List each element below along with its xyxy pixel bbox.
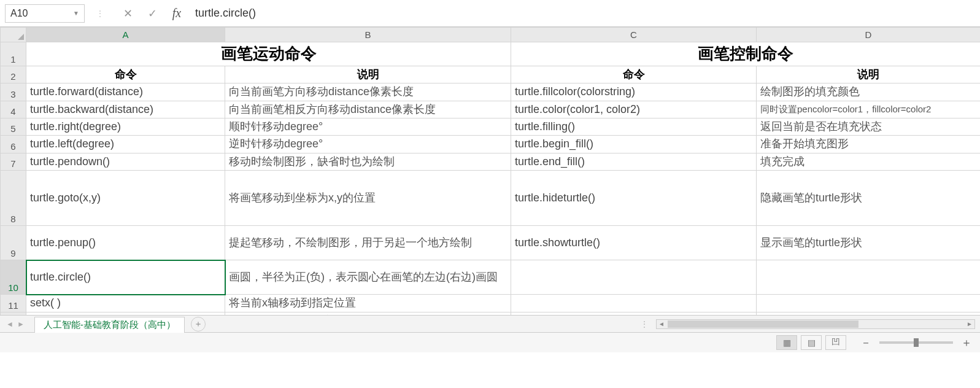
row-header-8[interactable]: 8	[1, 171, 26, 226]
cell[interactable]: turtle.goto(x,y)	[26, 171, 225, 226]
cell[interactable]: 显示画笔的turtle形状	[757, 226, 981, 260]
sheet-tab-active[interactable]: 人工智能-基础教育阶段（高中）	[34, 317, 185, 333]
add-sheet-button[interactable]: ＋	[191, 317, 206, 332]
status-bar: ▦ ▤ 凹 － ＋	[0, 333, 980, 352]
cell[interactable]: turtle.left(degree)	[26, 136, 225, 153]
view-page-layout-icon[interactable]: ▤	[801, 335, 822, 350]
cell[interactable]: 提起笔移动，不绘制图形，用于另起一个地方绘制	[225, 226, 511, 260]
formula-bar: A10 ▼ ⋮ ✕ ✓ fx	[0, 0, 980, 27]
cell[interactable]: 绘制图形的填充颜色	[757, 83, 981, 101]
row-header-7[interactable]: 7	[1, 153, 26, 170]
confirm-icon[interactable]: ✓	[140, 7, 164, 20]
cell[interactable]: 填充完成	[757, 153, 981, 170]
row-header-11[interactable]: 11	[1, 295, 26, 312]
tab-next-icon[interactable]: ►	[17, 320, 25, 328]
formula-input[interactable]	[189, 4, 975, 23]
row-header-1[interactable]: 1	[1, 42, 26, 66]
cell[interactable]: turtle.filling()	[511, 118, 757, 135]
cell[interactable]: turtle.begin_fill()	[511, 136, 757, 153]
cell[interactable]	[757, 295, 981, 312]
cell[interactable]: 命令	[26, 66, 225, 83]
cell[interactable]: 向当前画笔相反方向移动distance像素长度	[225, 101, 511, 118]
cell[interactable]: 命令	[511, 66, 757, 83]
cell[interactable]: turtle.right(degree)	[26, 118, 225, 135]
cell[interactable]: turtle.color(color1, color2)	[511, 101, 757, 118]
view-normal-icon[interactable]: ▦	[776, 335, 797, 350]
row-header-2[interactable]: 2	[1, 66, 26, 83]
cell[interactable]: 将画笔移动到坐标为x,y的位置	[225, 171, 511, 226]
cell[interactable]: 画笔运动命令	[26, 42, 511, 66]
scroll-right-icon[interactable]: ►	[965, 320, 974, 327]
cell[interactable]: 返回当前是否在填充状态	[757, 118, 981, 135]
cell-active[interactable]: turtle.circle()	[26, 260, 225, 295]
cell[interactable]: 移动时绘制图形，缺省时也为绘制	[225, 153, 511, 170]
cell[interactable]: 画笔控制命令	[511, 42, 981, 66]
spreadsheet-grid[interactable]: A B C D 1 画笔运动命令 画笔控制命令 2 命令 说明 命令 说明 3 …	[0, 27, 980, 316]
row-header-10[interactable]: 10	[1, 260, 26, 295]
row-header-6[interactable]: 6	[1, 136, 26, 153]
fx-icon[interactable]: fx	[164, 6, 189, 20]
cell[interactable]: 准备开始填充图形	[757, 136, 981, 153]
view-page-break-icon[interactable]: 凹	[825, 335, 846, 350]
cell[interactable]: turtle.fillcolor(colorstring)	[511, 83, 757, 101]
cell[interactable]: turtle.showturtle()	[511, 226, 757, 260]
cell[interactable]: 说明	[225, 66, 511, 83]
cell[interactable]: 逆时针移动degree°	[225, 136, 511, 153]
horizontal-scrollbar[interactable]: ◄ ►	[656, 319, 975, 329]
cell[interactable]: 同时设置pencolor=color1，fillcolor=color2	[757, 101, 981, 118]
cell[interactable]: turtle.forward(distance)	[26, 83, 225, 101]
name-box-dropdown-icon[interactable]: ▼	[73, 10, 79, 17]
cell[interactable]: turtle.end_fill()	[511, 153, 757, 170]
col-header-B[interactable]: B	[225, 28, 511, 42]
cell-reference: A10	[10, 8, 28, 19]
tab-prev-icon[interactable]: ◄	[6, 320, 14, 328]
select-all-corner[interactable]	[1, 28, 26, 42]
cell[interactable]: setx( )	[26, 295, 225, 312]
cell[interactable]: 画圆，半径为正(负)，表示圆心在画笔的左边(右边)画圆	[225, 260, 511, 295]
cancel-icon[interactable]: ✕	[115, 7, 140, 20]
sheet-tab-bar: ◄ ► 人工智能-基础教育阶段（高中） ＋ ⋮ ◄ ►	[0, 316, 980, 333]
cell[interactable]	[511, 260, 757, 295]
zoom-slider[interactable]	[879, 341, 953, 344]
cell[interactable]	[511, 295, 757, 312]
col-header-A[interactable]: A	[26, 28, 225, 42]
cell[interactable]	[757, 260, 981, 295]
cell[interactable]: 将当前x轴移动到指定位置	[225, 295, 511, 312]
tab-nav: ◄ ►	[0, 320, 31, 328]
zoom-out-button[interactable]: －	[860, 335, 872, 350]
cell[interactable]: turtle.pendown()	[26, 153, 225, 170]
row-header-4[interactable]: 4	[1, 101, 26, 118]
col-header-D[interactable]: D	[757, 28, 981, 42]
scroll-left-icon[interactable]: ◄	[657, 320, 666, 327]
row-header-3[interactable]: 3	[1, 83, 26, 101]
cell[interactable]: turtle.hideturtle()	[511, 171, 757, 226]
zoom-in-button[interactable]: ＋	[960, 335, 973, 350]
name-box[interactable]: A10 ▼	[5, 4, 85, 23]
tab-drag-handle-icon[interactable]: ⋮	[634, 319, 656, 329]
scroll-thumb[interactable]	[668, 320, 858, 328]
formula-bar-separator: ⋮	[85, 9, 115, 18]
cell[interactable]: turtle.penup()	[26, 226, 225, 260]
zoom-slider-thumb[interactable]	[914, 338, 919, 347]
row-header-9[interactable]: 9	[1, 226, 26, 260]
cell[interactable]: 向当前画笔方向移动distance像素长度	[225, 83, 511, 101]
cell[interactable]: turtle.backward(distance)	[26, 101, 225, 118]
cell[interactable]: 顺时针移动degree°	[225, 118, 511, 135]
col-header-C[interactable]: C	[511, 28, 757, 42]
row-header-5[interactable]: 5	[1, 118, 26, 135]
cell[interactable]: 隐藏画笔的turtle形状	[757, 171, 981, 226]
cell[interactable]: 说明	[757, 66, 981, 83]
